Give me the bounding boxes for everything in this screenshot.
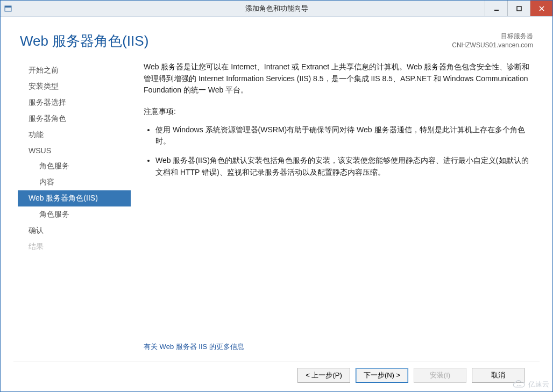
wizard-footer: < 上一步(P) 下一步(N) > 安装(I) 取消 [13, 361, 540, 389]
nav-features[interactable]: 功能 [18, 127, 131, 143]
nav-installation-type[interactable]: 安装类型 [18, 79, 131, 95]
previous-button[interactable]: < 上一步(P) [297, 368, 350, 383]
main-panel: Web 服务器是让您可以在 Internet、Intranet 或 Extran… [131, 59, 535, 361]
close-button[interactable] [530, 1, 552, 16]
titlebar: 添加角色和功能向导 [1, 1, 552, 17]
header-area: Web 服务器角色(IIS) 目标服务器 CNHZWSUS01.vancen.c… [1, 17, 552, 59]
svg-rect-1 [5, 6, 11, 8]
cancel-button[interactable]: 取消 [472, 368, 524, 383]
nav-wsus-content[interactable]: 内容 [18, 174, 131, 190]
page-title: Web 服务器角色(IIS) [20, 32, 148, 51]
nav-wsus[interactable]: WSUS [18, 143, 131, 158]
notice-list: 使用 Windows 系统资源管理器(WSRM)有助于确保等同对待 Web 服务… [146, 124, 530, 186]
content-area: Web 服务器角色(IIS) 目标服务器 CNHZWSUS01.vancen.c… [1, 17, 552, 391]
maximize-button[interactable] [507, 1, 530, 16]
install-button: 安装(I) [414, 368, 466, 383]
body-area: 开始之前 安装类型 服务器选择 服务器角色 功能 WSUS 角色服务 内容 We… [1, 59, 552, 361]
minimize-button[interactable] [485, 1, 507, 16]
more-info-link[interactable]: 有关 Web 服务器 IIS 的更多信息 [144, 332, 530, 361]
target-server-info: 目标服务器 CNHZWSUS01.vancen.com [452, 32, 533, 50]
nav-results: 结果 [18, 239, 131, 255]
app-icon [1, 4, 16, 13]
nav-wsus-role-services[interactable]: 角色服务 [18, 158, 131, 174]
window-title: 添加角色和功能向导 [1, 4, 552, 13]
target-server-label: 目标服务器 [452, 32, 533, 41]
window-controls [485, 1, 552, 16]
nav-iis-role-services[interactable]: 角色服务 [18, 206, 131, 223]
notice-item: Web 服务器(IIS)角色的默认安装包括角色服务的安装，该安装使您能够使用静态… [155, 155, 530, 178]
nav-before-you-begin[interactable]: 开始之前 [18, 62, 131, 79]
nav-web-server-role-iis[interactable]: Web 服务器角色(IIS) [18, 190, 131, 206]
notice-item: 使用 Windows 系统资源管理器(WSRM)有助于确保等同对待 Web 服务… [155, 124, 530, 147]
wizard-sidebar: 开始之前 安装类型 服务器选择 服务器角色 功能 WSUS 角色服务 内容 We… [18, 59, 131, 361]
next-button[interactable]: 下一步(N) > [356, 368, 408, 383]
nav-server-selection[interactable]: 服务器选择 [18, 95, 131, 111]
nav-confirmation[interactable]: 确认 [18, 223, 131, 239]
nav-server-roles[interactable]: 服务器角色 [18, 111, 131, 127]
svg-rect-3 [517, 6, 521, 11]
notice-heading: 注意事项: [144, 106, 530, 118]
target-server-host: CNHZWSUS01.vancen.com [452, 41, 533, 50]
intro-text: Web 服务器是让您可以在 Internet、Intranet 或 Extran… [144, 61, 530, 96]
wizard-window: 添加角色和功能向导 Web 服务器角色(IIS) 目标服务器 CNHZWSUS0… [0, 0, 553, 392]
